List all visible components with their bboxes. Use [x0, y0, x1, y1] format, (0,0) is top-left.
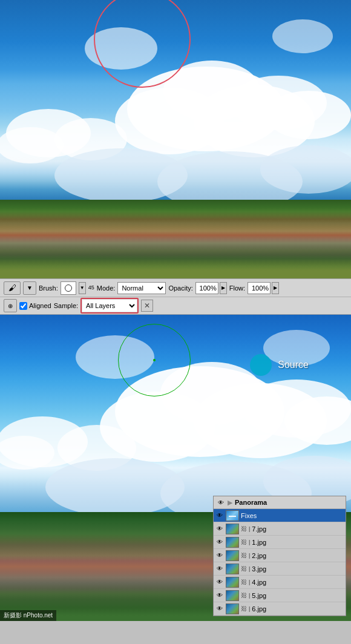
layer-eye-6[interactable]: 👁	[215, 605, 224, 613]
layer-row[interactable]: 👁 ⛓ | 4.jpg	[214, 576, 346, 589]
layer-row[interactable]: 👁 ▬▬ Fixes	[214, 509, 346, 522]
source-indicator: Source	[250, 354, 309, 376]
sample-label: Sample:	[54, 302, 78, 309]
layer-thumb-1	[226, 537, 239, 548]
brush-size-arrow[interactable]: ▼	[79, 282, 86, 294]
layers-panel: 👁 ▶ Panorama 👁 ▬▬ Fixes 👁 ⛓ | 7.jpg 👁 ⛓ …	[213, 496, 346, 616]
layer-name-3: 3.jpg	[252, 565, 344, 573]
tool-options-arrow[interactable]: ▼	[23, 281, 36, 295]
layer-row[interactable]: 👁 ⛓ | 5.jpg	[214, 589, 346, 602]
layer-eye-fixes[interactable]: 👁	[215, 511, 224, 520]
top-canvas[interactable]	[0, 0, 351, 278]
layer-eye-4[interactable]: 👁	[215, 578, 224, 586]
layer-name-7: 7.jpg	[252, 525, 344, 533]
layer-row[interactable]: 👁 ⛓ | 1.jpg	[214, 536, 346, 549]
aligned-option[interactable]: Aligned	[19, 302, 51, 310]
layer-eye-3[interactable]: 👁	[215, 565, 224, 573]
layer-link-4: ⛓	[241, 579, 247, 585]
brush-preview[interactable]	[61, 281, 76, 295]
layer-link-7: ⛓	[241, 525, 247, 532]
layers-eye-icon: 👁	[217, 498, 225, 507]
layer-name-2: 2.jpg	[252, 552, 344, 559]
layer-name-6: 6.jpg	[252, 605, 344, 613]
layer-thumb-3	[226, 564, 239, 574]
layer-link-5: ⛓	[241, 592, 247, 599]
mode-label: Mode:	[97, 284, 116, 292]
layer-thumb-fixes: ▬▬	[226, 510, 239, 521]
cancel-sample-button[interactable]: ✕	[141, 300, 153, 312]
source-label: Source	[278, 360, 309, 370]
layer-eye-7[interactable]: 👁	[215, 525, 224, 533]
flow-arrow[interactable]: ▶	[272, 282, 279, 294]
mountain-top	[0, 200, 351, 278]
layer-thumb-4	[226, 577, 239, 588]
layer-link-6: ⛓	[241, 605, 247, 612]
layer-name-4: 4.jpg	[252, 579, 344, 586]
clone-stamp-tool-button[interactable]: 🖌	[4, 281, 21, 295]
layer-thumb-5	[226, 590, 239, 601]
layer-name-1: 1.jpg	[252, 539, 344, 546]
watermark-text: 新摄影 nPhoto.net	[4, 612, 53, 619]
layer-thumb-6	[226, 603, 239, 614]
toolbar: 🖌 ▼ Brush: ▼ 45 Mode: Normal Multiply Sc…	[0, 278, 351, 315]
layers-folder-icon: ▶	[228, 499, 232, 507]
layer-link-1: ⛓	[241, 539, 247, 545]
layer-thumb-2	[226, 550, 239, 561]
layer-thumb-7	[226, 524, 239, 534]
clone-current-position	[118, 324, 191, 396]
opacity-group: ▶	[195, 282, 227, 294]
layer-row[interactable]: 👁 ⛓ | 3.jpg	[214, 562, 346, 576]
layers-panel-title: Panorama	[235, 499, 343, 506]
brush-label: Brush:	[39, 284, 58, 292]
flow-input[interactable]	[248, 282, 271, 294]
source-circle-icon	[250, 354, 272, 376]
watermark: 新摄影 nPhoto.net	[0, 610, 56, 621]
sample-select[interactable]: All Layers Current Layer Current & Below	[82, 300, 137, 312]
flow-group: ▶	[248, 282, 279, 294]
toolbar-row-2: ⊕ Aligned Sample: All Layers Current Lay…	[0, 297, 351, 314]
opacity-label: Opacity:	[168, 284, 192, 292]
layer-row[interactable]: 👁 ⛓ | 2.jpg	[214, 549, 346, 562]
brush-size-value: 45	[88, 285, 94, 291]
opacity-input[interactable]	[195, 282, 218, 294]
layer-eye-1[interactable]: 👁	[215, 538, 224, 547]
layer-row[interactable]: 👁 ⛓ | 7.jpg	[214, 522, 346, 536]
layer-link-3: ⛓	[241, 565, 247, 572]
toolbar-row-1: 🖌 ▼ Brush: ▼ 45 Mode: Normal Multiply Sc…	[0, 279, 351, 297]
aligned-checkbox[interactable]	[19, 302, 27, 310]
layer-link-2: ⛓	[241, 552, 247, 559]
bottom-canvas[interactable]: Source 👁 ▶ Panorama 👁 ▬▬ Fixes 👁 ⛓ | 7.j…	[0, 315, 351, 621]
layer-row[interactable]: 👁 ⛓ | 6.jpg	[214, 602, 346, 616]
layer-name-5: 5.jpg	[252, 592, 344, 599]
aligned-label: Aligned	[29, 302, 51, 309]
layer-eye-2[interactable]: 👁	[215, 551, 224, 560]
flow-label: Flow:	[229, 284, 245, 292]
opacity-arrow[interactable]: ▶	[220, 282, 227, 294]
layer-eye-5[interactable]: 👁	[215, 591, 224, 600]
sample-select-wrapper[interactable]: All Layers Current Layer Current & Below	[80, 298, 139, 314]
layer-name-fixes: Fixes	[241, 512, 344, 519]
mode-select[interactable]: Normal Multiply Screen	[117, 282, 166, 294]
healing-brush-icon: ⊕	[4, 299, 17, 312]
layers-panel-header: 👁 ▶ Panorama	[214, 496, 346, 509]
